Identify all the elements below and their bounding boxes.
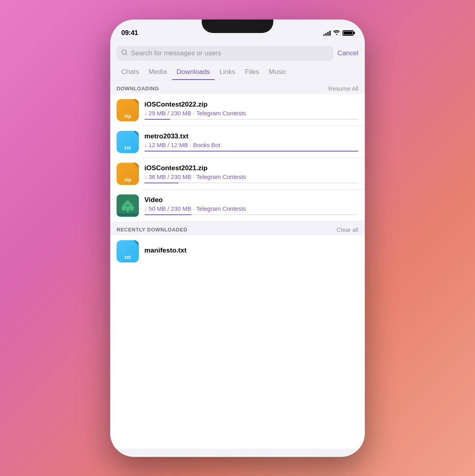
svg-rect-15 [117,214,139,217]
progress-bar [144,214,358,215]
recently-section-header: RECENTLY DOWNLOADED Clear all [110,221,365,235]
svg-point-9 [128,201,129,202]
downloading-section-header: DOWNLOADING Resume All [110,80,365,94]
file-meta: ↓ 29 MB / 230 MB · Telegram Contests [144,110,358,117]
download-item-metro2033[interactable]: txt metro2033.txt ↓ 12 MB / 12 MB · Book… [110,126,365,158]
tab-downloads[interactable]: Downloads [172,64,215,80]
file-meta: ↓ 12 MB / 12 MB · Books Bot [144,142,358,148]
file-name: Video [144,196,358,204]
download-arrow-icon: ↓ [144,206,147,212]
progress-fill [144,214,191,215]
search-placeholder: Search for messages or users [131,49,221,57]
download-item-ios2021[interactable]: zip iOSContest2021.zip ↓ 36 MB / 230 MB … [110,158,365,190]
progress-bar [144,119,358,120]
downloads-list: DOWNLOADING Resume All zip iOSContest202… [110,80,365,449]
file-icon-txt: txt [117,131,139,153]
download-arrow-icon: ↓ [144,174,147,180]
clear-all-button[interactable]: Clear all [337,226,358,233]
svg-point-8 [127,201,127,202]
progress-fill [144,151,358,152]
wifi-icon [333,29,340,36]
file-info-manifesto: manifesto.txt [144,247,358,256]
file-icon-zip: zip [117,99,139,121]
tab-music[interactable]: Music [264,64,291,80]
file-name: iOSContest2022.zip [144,101,358,109]
file-meta: ↓ 36 MB / 230 MB · Telegram Contests [144,173,358,180]
tab-chats[interactable]: Chats [117,64,144,80]
file-info-ios2022: iOSContest2022.zip ↓ 29 MB / 230 MB · Te… [144,101,358,120]
tab-files[interactable]: Files [240,64,264,80]
cancel-button[interactable]: Cancel [337,49,358,57]
progress-bar [144,183,358,183]
download-item-video[interactable]: Video ↓ 50 MB / 230 MB · Telegram Contes… [110,190,365,221]
svg-point-7 [126,200,130,204]
phone-frame: 09:41 [110,19,365,457]
download-arrow-icon: ↓ [144,142,147,148]
downloading-title: DOWNLOADING [117,85,159,91]
file-info-video: Video ↓ 50 MB / 230 MB · Telegram Contes… [144,196,358,215]
status-icons [323,29,354,36]
file-info-ios2021: iOSContest2021.zip ↓ 36 MB / 230 MB · Te… [144,164,358,183]
download-arrow-icon: ↓ [144,110,147,116]
file-name: iOSContest2021.zip [144,164,358,172]
resume-all-button[interactable]: Resume All [328,85,358,92]
phone-notch [202,19,273,33]
progress-fill [144,119,170,120]
progress-bar [144,151,358,152]
download-item-manifesto[interactable]: txt manifesto.txt [110,235,365,267]
tab-media[interactable]: Media [144,64,171,80]
svg-point-14 [127,209,129,212]
status-time: 09:41 [121,29,138,37]
search-icon [121,49,128,57]
tabs-container: Chats Media Downloads Links Files Music [110,64,365,80]
video-thumbnail [117,194,139,217]
battery-icon [343,30,354,36]
tab-links[interactable]: Links [215,64,240,80]
file-info-metro2033: metro2033.txt ↓ 12 MB / 12 MB · Books Bo… [144,132,358,152]
file-name: manifesto.txt [144,247,358,255]
download-item-ios2022[interactable]: zip iOSContest2022.zip ↓ 29 MB / 230 MB … [110,94,365,126]
main-content: Search for messages or users Cancel Chat… [110,41,365,457]
progress-fill [144,183,179,183]
search-bar[interactable]: Search for messages or users [117,46,333,61]
file-meta: ↓ 50 MB / 230 MB · Telegram Contests [144,205,358,212]
file-name: metro2033.txt [144,132,358,140]
search-container: Search for messages or users Cancel [110,41,365,64]
file-icon-zip: zip [117,163,139,185]
recently-title: RECENTLY DOWNLOADED [117,227,187,233]
signal-icon [323,30,331,36]
file-icon-txt-manifesto: txt [117,240,139,262]
